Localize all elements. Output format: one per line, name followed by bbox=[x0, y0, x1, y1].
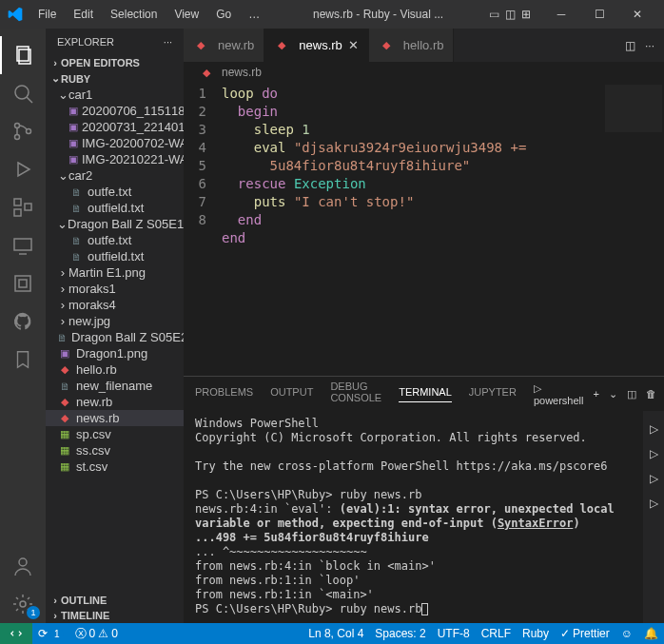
check-icon: ✓ bbox=[560, 627, 570, 640]
folder-newjpg[interactable]: ›new.jpg bbox=[46, 313, 184, 329]
image-icon: ▣ bbox=[68, 105, 78, 117]
status-eol[interactable]: CRLF bbox=[476, 627, 517, 640]
status-prettier[interactable]: ✓ Prettier bbox=[555, 627, 615, 640]
sidebar-more-icon[interactable]: ··· bbox=[164, 36, 172, 48]
folder-moraks1[interactable]: ›moraks1 bbox=[46, 281, 184, 297]
breadcrumb[interactable]: ◆news.rb bbox=[184, 62, 664, 83]
status-spaces[interactable]: Spaces: 2 bbox=[369, 627, 431, 640]
activity-bar: 1 bbox=[0, 29, 46, 623]
activity-bookmark-icon[interactable] bbox=[0, 341, 46, 379]
svg-rect-13 bbox=[15, 276, 30, 291]
file-item[interactable]: ▦ss.csv bbox=[46, 442, 184, 459]
terminal-cursor bbox=[421, 603, 428, 615]
menu-go[interactable]: Go bbox=[208, 4, 239, 25]
menu-edit[interactable]: Edit bbox=[66, 4, 101, 25]
file-item[interactable]: ▣Dragon1.png bbox=[46, 345, 184, 361]
terminal-side-icon[interactable]: ▷ bbox=[650, 422, 658, 436]
panel-tab-terminal[interactable]: TERMINAL bbox=[399, 386, 452, 402]
file-item[interactable]: 🗎outfe.txt bbox=[46, 184, 184, 200]
file-item-active[interactable]: ◆news.rb bbox=[46, 410, 184, 426]
menu-more[interactable]: … bbox=[241, 4, 267, 25]
activity-github-icon[interactable] bbox=[0, 302, 46, 341]
file-item[interactable]: ▦st.csv bbox=[46, 459, 184, 475]
close-icon[interactable]: ✕ bbox=[348, 38, 359, 52]
activity-debug-icon[interactable] bbox=[0, 150, 46, 188]
close-button[interactable]: ✕ bbox=[618, 0, 656, 29]
activity-remote-icon[interactable] bbox=[0, 226, 46, 264]
status-encoding[interactable]: UTF-8 bbox=[432, 627, 476, 640]
terminal-side-icon[interactable]: ▷ bbox=[650, 497, 658, 510]
new-terminal-icon[interactable]: + bbox=[594, 388, 599, 400]
status-language[interactable]: Ruby bbox=[517, 627, 555, 640]
panel-tab-jupyter[interactable]: JUPYTER bbox=[469, 386, 517, 401]
file-item[interactable]: ▣20200706_115118.jpg bbox=[46, 103, 184, 119]
terminal-side-icon[interactable]: ▷ bbox=[650, 472, 658, 485]
file-item[interactable]: 🗎Dragon Ball Z S05E2.text bbox=[46, 329, 184, 345]
layout-full-icon[interactable]: ⊞ bbox=[521, 8, 531, 21]
folder-moraks4[interactable]: ›moraks4 bbox=[46, 297, 184, 313]
svg-rect-10 bbox=[25, 204, 31, 210]
split-terminal-icon[interactable]: ◫ bbox=[627, 388, 636, 400]
folder-car1[interactable]: ⌄car1 bbox=[46, 87, 184, 103]
file-item[interactable]: ◆new.rb bbox=[46, 394, 184, 410]
section-workspace[interactable]: ⌄RUBY bbox=[46, 70, 184, 87]
activity-extensions-icon[interactable] bbox=[0, 188, 46, 226]
activity-explorer-icon[interactable] bbox=[0, 36, 46, 74]
terminal-output[interactable]: Windows PowerShell Copyright (C) Microso… bbox=[184, 411, 643, 623]
status-bell-icon[interactable]: 🔔 bbox=[638, 627, 664, 640]
menu-view[interactable]: View bbox=[166, 4, 206, 25]
terminal-side-icon[interactable]: ▷ bbox=[650, 447, 658, 460]
menu-file[interactable]: File bbox=[30, 4, 64, 25]
file-item[interactable]: ▣IMG-20210221-WA0... bbox=[46, 151, 184, 167]
more-actions-icon[interactable]: ··· bbox=[645, 39, 654, 52]
file-item[interactable]: 🗎new_filename bbox=[46, 378, 184, 394]
tab-new-rb[interactable]: ◆new.rb bbox=[184, 29, 264, 62]
file-item[interactable]: 🗎outfield.txt bbox=[46, 248, 184, 264]
status-problems[interactable]: ⓧ0 ⚠0 bbox=[69, 626, 124, 642]
file-item[interactable]: ▦sp.csv bbox=[46, 426, 184, 442]
svg-rect-9 bbox=[14, 209, 21, 216]
status-sync[interactable]: ⟳1 bbox=[32, 627, 69, 640]
menu-selection[interactable]: Selection bbox=[103, 4, 165, 25]
folder-martin[interactable]: ›Martin E1.png bbox=[46, 264, 184, 281]
status-lncol[interactable]: Ln 8, Col 4 bbox=[303, 627, 369, 640]
minimap[interactable] bbox=[605, 85, 662, 132]
activity-account-icon[interactable] bbox=[0, 547, 46, 585]
folder-car2[interactable]: ⌄car2 bbox=[46, 167, 184, 184]
file-item[interactable]: ▣IMG-20200702-WA0... bbox=[46, 135, 184, 151]
layout-side-icon[interactable]: ◫ bbox=[505, 8, 516, 21]
activity-scm-icon[interactable] bbox=[0, 112, 46, 150]
panel-tab-problems[interactable]: PROBLEMS bbox=[195, 386, 253, 401]
section-open-editors[interactable]: ›OPEN EDITORS bbox=[46, 55, 184, 70]
file-item[interactable]: 🗎outfield.txt bbox=[46, 200, 184, 216]
tab-news-rb[interactable]: ◆news.rb✕ bbox=[264, 29, 369, 62]
terminal-shell-selector[interactable]: ▷ powershell bbox=[534, 382, 584, 406]
code-editor[interactable]: 12345678 loop do begin sleep 1 eval "djs… bbox=[184, 83, 664, 376]
code-content[interactable]: loop do begin sleep 1 eval "djsakru3924r… bbox=[222, 83, 664, 376]
activity-test-icon[interactable] bbox=[0, 264, 46, 302]
kill-terminal-icon[interactable]: 🗑 bbox=[646, 388, 656, 400]
text-icon: 🗎 bbox=[57, 332, 68, 343]
maximize-button[interactable]: ☐ bbox=[580, 0, 618, 29]
file-item[interactable]: ▣20200731_221401.jpg bbox=[46, 119, 184, 135]
section-outline[interactable]: ›OUTLINE bbox=[46, 593, 184, 608]
folder-dbz1[interactable]: ⌄Dragon Ball Z S05E1.text bbox=[46, 216, 184, 232]
file-item[interactable]: ◆hello.rb bbox=[46, 361, 184, 378]
activity-settings-icon[interactable]: 1 bbox=[0, 585, 46, 623]
svg-rect-11 bbox=[14, 239, 31, 250]
editor-area: ◆new.rb ◆news.rb✕ ◆hello.rb ◫ ··· ◆news.… bbox=[184, 29, 664, 623]
file-item[interactable]: 🗎outfe.txt bbox=[46, 232, 184, 248]
remote-indicator[interactable] bbox=[0, 623, 32, 644]
split-editor-icon[interactable]: ◫ bbox=[625, 39, 635, 52]
panel-tab-output[interactable]: OUTPUT bbox=[270, 386, 313, 401]
section-timeline[interactable]: ›TIMELINE bbox=[46, 608, 184, 623]
status-feedback-icon[interactable]: ☺ bbox=[615, 627, 638, 640]
terminal-dropdown-icon[interactable]: ⌄ bbox=[609, 388, 617, 400]
terminal-side-icons: ▷ ▷ ▷ ▷ bbox=[643, 411, 664, 623]
activity-search-icon[interactable] bbox=[0, 74, 46, 112]
panel-tab-debug[interactable]: DEBUG CONSOLE bbox=[330, 381, 381, 407]
layout-panel-icon[interactable]: ▭ bbox=[489, 8, 499, 21]
csv-icon: ▦ bbox=[57, 460, 72, 473]
minimize-button[interactable]: ─ bbox=[542, 0, 580, 29]
tab-hello-rb[interactable]: ◆hello.rb bbox=[369, 29, 455, 62]
